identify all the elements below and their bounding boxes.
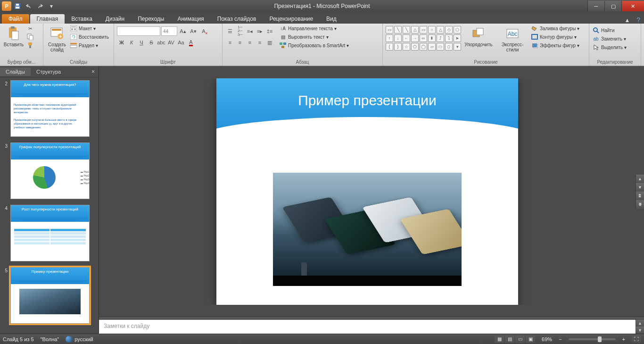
slide-canvas[interactable]: Пример презентации — [216, 78, 518, 305]
italic-button[interactable]: К — [127, 38, 136, 47]
paste-button[interactable]: Вставить — [3, 25, 25, 47]
editor-area: Пример презентации — [99, 66, 644, 334]
svg-rect-11 — [52, 29, 61, 31]
qat-dropdown-icon[interactable]: ▾ — [46, 1, 57, 11]
close-button[interactable]: ✕ — [621, 1, 644, 11]
sorter-body[interactable]: 2 Для чего нужна презентация? Презентаци… — [0, 77, 99, 334]
linespacing-button[interactable]: ‡≡ — [265, 26, 274, 36]
bold-button[interactable]: Ж — [117, 38, 126, 47]
indent-button[interactable]: ≡▸ — [255, 26, 264, 36]
select-button[interactable]: Выделить ▾ — [592, 43, 627, 51]
underline-button[interactable]: Ч — [137, 38, 146, 47]
thumb-slide-3[interactable]: 3 График популярности презентаций ▬ Ряд1… — [2, 143, 97, 199]
scroll-down-icon[interactable]: ▼ — [636, 183, 644, 192]
tab-design[interactable]: Дизайн — [99, 14, 131, 24]
shape-fill-button[interactable]: Заливка фигуры ▾ — [531, 25, 579, 32]
align-text-button[interactable]: ▤Выровнять текст ▾ — [279, 33, 349, 41]
zoom-slider[interactable] — [569, 338, 616, 340]
normal-view-button[interactable]: ▦ — [495, 336, 504, 343]
format-painter-button[interactable] — [26, 42, 34, 49]
copy-button[interactable] — [26, 33, 34, 41]
justify-button[interactable]: ≡ — [255, 38, 264, 47]
group-label-slides: Слайды — [46, 59, 111, 66]
slideshow-view-button[interactable]: ▣ — [526, 336, 535, 343]
spacing-button[interactable]: AV — [166, 38, 176, 47]
tab-view[interactable]: Вид — [320, 14, 343, 24]
reset-button[interactable]: Восстановить — [70, 33, 109, 41]
help-icon[interactable]: ? — [633, 16, 644, 24]
zoom-in-button[interactable]: + — [622, 336, 625, 342]
tab-animation[interactable]: Анимация — [171, 14, 210, 24]
zoom-out-button[interactable]: − — [559, 336, 561, 342]
font-size-combo[interactable]: 44 — [161, 26, 177, 36]
shape-effects-button[interactable]: Эффекты фигур ▾ — [531, 42, 579, 49]
align-right-button[interactable]: ≡ — [245, 38, 255, 47]
new-slide-button[interactable]: ✦ Создать слайд — [46, 25, 68, 52]
ribbon-minimize-icon[interactable]: ▴ — [622, 16, 633, 24]
ribbon-tabs: Файл Главная Вставка Дизайн Переходы Ани… — [0, 12, 644, 24]
status-language[interactable]: русский — [66, 336, 93, 343]
strike-button[interactable]: S — [147, 38, 156, 47]
align-left-button[interactable]: ≡ — [225, 38, 235, 47]
redo-icon[interactable] — [35, 1, 45, 11]
next-slide-icon[interactable]: ⯯ — [636, 200, 644, 209]
window-title: Презентация1 - Microsoft PowerPoint — [274, 3, 370, 9]
sorter-tab-outline[interactable]: Структура — [31, 67, 66, 76]
tab-slideshow[interactable]: Показ слайдов — [211, 14, 263, 24]
zoom-level[interactable]: 69% — [542, 336, 552, 342]
slide-image[interactable] — [273, 173, 462, 286]
thumb-title: Пример презентации — [11, 268, 89, 274]
replace-button[interactable]: abЗаменить ▾ — [592, 35, 627, 42]
thumb-slide-2[interactable]: 2 Для чего нужна презентация? Презентаци… — [2, 80, 97, 137]
tab-review[interactable]: Рецензирование — [263, 14, 320, 24]
case-button[interactable]: Aa — [176, 38, 186, 47]
shadow-button[interactable]: abc — [157, 38, 166, 47]
maximize-button[interactable]: ▢ — [604, 1, 621, 11]
sorter-tab-slides[interactable]: Слайды — [0, 67, 31, 76]
align-center-button[interactable]: ≡ — [235, 38, 245, 47]
text-direction-button[interactable]: ↕AНаправление текста ▾ — [279, 25, 349, 32]
section-button[interactable]: Раздел ▾ — [70, 42, 109, 49]
save-icon[interactable] — [12, 1, 23, 11]
arrange-button[interactable]: Упорядочить — [463, 25, 494, 47]
slide-canvas-area[interactable]: Пример презентации — [99, 78, 636, 305]
quick-styles-button[interactable]: Abc Экспресс-стили — [496, 25, 529, 52]
prev-slide-icon[interactable]: ⯭ — [636, 192, 644, 200]
shapes-gallery[interactable]: ▭╲╲△▭○△◇⬡ ↑↓←→⬄⬍⤴⤵➤ {}☆⬠◯▱⬭⬯▾ — [386, 25, 461, 50]
scroll-up-icon[interactable]: ▲ — [636, 175, 644, 183]
thumb-slide-5[interactable]: 5 Пример презентации — [2, 267, 97, 324]
reading-view-button[interactable]: ▭ — [515, 336, 525, 343]
file-tab[interactable]: Файл — [2, 14, 29, 24]
layout-button[interactable]: Макет ▾ — [70, 25, 109, 32]
vertical-scrollbar[interactable]: ▲ ▼ ⯭ ⯯ — [636, 175, 644, 209]
increase-font-icon[interactable]: A▴ — [178, 26, 188, 36]
decrease-font-icon[interactable]: A▾ — [189, 26, 198, 36]
clear-format-icon[interactable]: A✕ — [199, 26, 208, 36]
slide-title[interactable]: Пример презентации — [216, 78, 518, 109]
columns-button[interactable]: ▥ — [265, 38, 274, 47]
shape-outline-button[interactable]: Контур фигуры ▾ — [531, 33, 579, 41]
sorter-close-icon[interactable]: × — [88, 68, 99, 75]
slide-sorter: Слайды Структура × 2 Для чего нужна през… — [0, 66, 99, 334]
sorter-view-button[interactable]: ▤ — [505, 336, 514, 343]
svg-rect-5 — [12, 31, 18, 40]
font-color-button[interactable]: A — [186, 38, 196, 47]
cut-button[interactable]: ✂ — [26, 25, 34, 32]
ribbon: Вставить ✂ Буфер обм... ✦ Создать слайд … — [0, 24, 644, 66]
tab-insert[interactable]: Вставка — [65, 14, 99, 24]
tab-home[interactable]: Главная — [30, 14, 65, 24]
thumb-slide-4[interactable]: 4 Рост популярности презентаций — [2, 205, 97, 261]
font-name-combo[interactable] — [117, 26, 160, 36]
notes-scrollbar[interactable]: ▲▼ — [636, 319, 644, 334]
minimize-button[interactable]: ─ — [587, 1, 604, 11]
find-button[interactable]: Найти — [592, 26, 627, 34]
bullets-button[interactable]: ☰ — [225, 26, 235, 36]
fit-to-window-button[interactable]: ⛶ — [632, 336, 641, 343]
outdent-button[interactable]: ≡◂ — [245, 26, 255, 36]
notes-pane[interactable]: Заметки к слайду — [99, 319, 636, 334]
smartart-button[interactable]: Преобразовать в SmartArt ▾ — [279, 42, 349, 49]
tab-transitions[interactable]: Переходы — [131, 14, 171, 24]
undo-icon[interactable] — [24, 1, 34, 11]
numbering-button[interactable]: 1─2─3─ — [235, 26, 245, 36]
app-icon[interactable]: P — [2, 1, 11, 11]
